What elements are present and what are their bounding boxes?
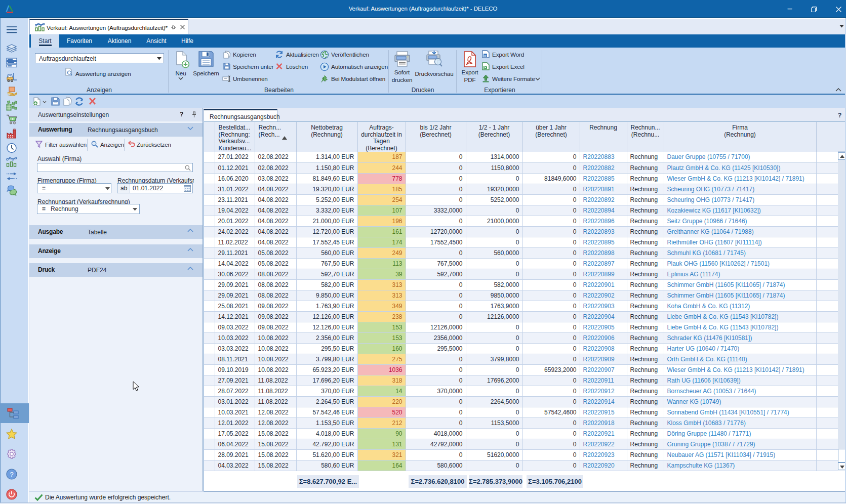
svg-text:w: w xyxy=(484,54,487,57)
svg-text:?: ? xyxy=(10,471,13,478)
